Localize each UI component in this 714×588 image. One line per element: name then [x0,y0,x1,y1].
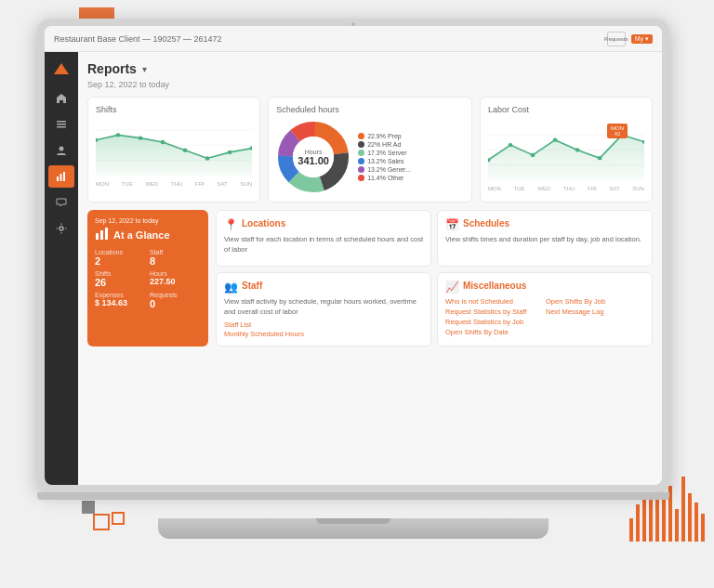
laptop-body: Restaurant Base Client — 190257 — 261472… [37,19,669,492]
legend-dot-hr [358,141,364,148]
stat-staff: Staff 8 [150,249,201,267]
svg-rect-6 [60,174,62,181]
scheduled-hours-card: Scheduled hours [268,97,472,203]
topbar-url: Restaurant Base Client — 190257 — 261472 [54,34,222,44]
requests-icon-box[interactable]: Requests [607,32,626,46]
staff-title[interactable]: Staff [242,281,262,291]
svg-marker-0 [54,63,69,74]
stat-requests: Requests 0 [150,292,201,309]
locations-card: 📍 Locations View staff for each location… [216,210,431,267]
misc-link-open-shifts-job[interactable]: Open Shifts By Job [546,297,644,306]
app-layout: Reports ▾ Sep 12, 2022 to today Shifts [45,52,662,485]
legend-item: 17.3% Server [358,150,411,156]
misc-link-req-stats-staff[interactable]: Request Statistics by Staff [445,307,544,316]
staff-link-list[interactable]: Staff List [224,320,423,329]
labor-highlight: MON42 [607,124,628,138]
stat-shifts-value: 26 [95,277,146,288]
info-cards: 📍 Locations View staff for each location… [216,210,653,346]
stat-expenses: Expenses $ 134.63 [95,292,146,309]
misc-icon: 📈 [445,281,459,294]
scheduled-hours-title: Scheduled hours [276,105,464,114]
page-header: Reports ▾ [87,61,653,76]
sidebar-logo[interactable] [48,58,74,80]
svg-point-13 [116,133,121,137]
svg-point-40 [598,156,602,160]
stat-hours-value: 227.50 [150,277,201,286]
staff-link-monthly[interactable]: Monthly Scheduled Hours [224,330,423,338]
misc-link-next-msg[interactable]: Next Message Log [546,307,644,316]
legend-item: 22% HR Ad [358,141,411,148]
glance-icon [95,226,110,243]
svg-point-39 [575,148,580,151]
content-area: Reports ▾ Sep 12, 2022 to today Shifts [78,52,662,485]
labor-chart: MON42 [488,120,644,185]
sidebar-item-home[interactable] [48,87,74,110]
glance-card: Sep 12, 2022 to today At a Glance Locati… [87,210,208,346]
svg-rect-2 [57,124,66,125]
glance-title-row: At a Glance [95,226,201,243]
legend-item: 13.2% Sales [358,158,411,164]
stat-shifts: Shifts 26 [95,270,146,288]
schedules-title[interactable]: Schedules [463,218,509,229]
laptop-base-notch [316,518,390,524]
shifts-chart: 15 10 5 0 MONTUEWEDTHUFRISATSUN [96,120,252,185]
staff-links: Staff List Monthly Scheduled Hours [224,320,423,338]
schedules-icon: 📅 [445,218,459,231]
staff-card: 👥 Staff View staff activity by schedule,… [216,272,431,346]
sidebar-item-reports[interactable] [48,165,74,188]
staff-desc: View staff activity by schedule, regular… [224,297,423,317]
stat-staff-value: 8 [150,255,201,267]
sidebar-item-messages[interactable] [48,191,74,214]
schedules-card: 📅 Schedules View shifts times and durati… [437,210,653,267]
stat-locations-label: Locations [95,249,146,255]
donut-chart: Hours 341.00 [276,120,350,194]
laptop: Restaurant Base Client — 190257 — 261472… [37,19,669,539]
svg-point-15 [161,140,165,144]
stat-expenses-label: Expenses [95,292,146,298]
legend-dot-prep [358,133,364,139]
stat-locations: Locations 2 [95,249,146,267]
misc-link-req-stats-job[interactable]: Request Statistics by Job [445,318,544,326]
legend-item: 11.4% Other [358,175,411,181]
legend-dot-gener [358,166,364,173]
donut-legend: 22.9% Prep 22% HR Ad 17.3% [358,133,411,181]
svg-point-37 [531,153,536,157]
shifts-chart-title: Shifts [96,105,252,114]
page-title: Reports [87,61,137,76]
stat-locations-value: 2 [95,255,146,267]
charts-row: Shifts [87,97,653,203]
svg-point-4 [60,147,64,151]
shifts-chart-days: MONTUEWEDTHUFRISATSUN [96,181,252,187]
laptop-base [158,518,549,539]
sidebar-item-menu[interactable] [48,113,74,136]
topbar: Restaurant Base Client — 190257 — 261472… [45,26,662,52]
page-subtitle: Sep 12, 2022 to today [87,80,653,89]
legend-dot-sales [358,158,364,164]
svg-point-38 [553,138,558,142]
stat-requests-value: 0 [150,298,201,309]
misc-link-not-scheduled[interactable]: Who is not Scheduled [445,297,544,306]
schedules-desc: View shifts times and duration per staff… [445,235,644,245]
laptop-hinge [37,492,669,500]
glance-stats: Locations 2 Staff 8 Shifts 26 [95,249,201,309]
misc-links: Who is not Scheduled Open Shifts By Job … [445,297,644,336]
my-badge[interactable]: My ▾ [631,34,653,44]
glance-title: At a Glance [113,229,170,241]
misc-link-open-shifts-date[interactable]: Open Shifts By Date [445,328,544,336]
svg-point-18 [228,150,232,154]
labor-cost-card: Labor Cost MON42 [480,97,653,203]
donut-label: Hours [298,149,329,155]
locations-title[interactable]: Locations [242,218,285,229]
sidebar-item-staff[interactable] [48,139,74,162]
labor-chart-days: MONTUEWEDTHUFRISATSUN [488,186,644,191]
svg-rect-7 [63,172,65,181]
svg-point-16 [183,149,188,152]
staff-card-header: 👥 Staff [224,281,423,294]
page-title-arrow[interactable]: ▾ [142,64,147,74]
sidebar-item-settings[interactable] [48,217,74,240]
svg-point-14 [139,136,143,139]
misc-title[interactable]: Miscellaneous [463,281,526,291]
legend-dot-server [358,150,364,156]
svg-rect-47 [100,230,103,240]
svg-point-8 [60,227,63,230]
